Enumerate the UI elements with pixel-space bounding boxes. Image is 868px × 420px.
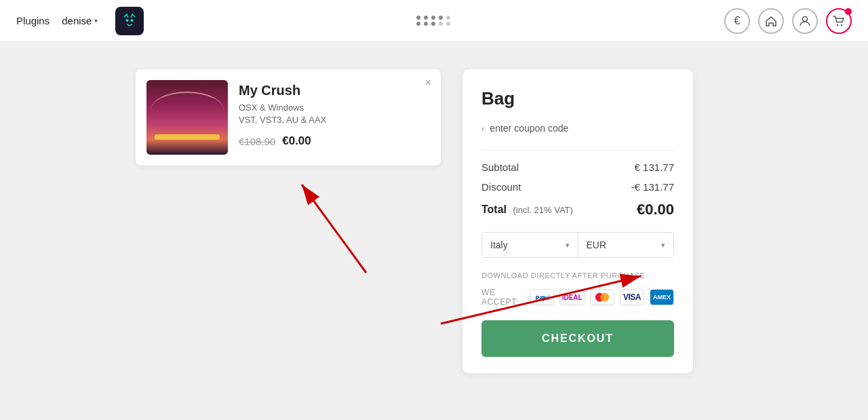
product-price: €108.90 €0.00 xyxy=(239,134,419,148)
dot-2 xyxy=(424,16,428,20)
cart-button[interactable] xyxy=(826,8,852,34)
coupon-chevron-icon: ‹ xyxy=(481,123,484,134)
product-name: My Crush xyxy=(239,83,419,98)
plugin-wave xyxy=(151,92,224,129)
dot-6 xyxy=(416,22,420,26)
plugins-link[interactable]: Plugins xyxy=(16,15,50,26)
total-vat-text: (incl. 21% VAT) xyxy=(513,205,572,215)
dot-1 xyxy=(416,16,420,20)
subtotal-row: Subtotal € 131.77 xyxy=(481,161,674,173)
svg-rect-0 xyxy=(120,12,139,31)
svg-text:Pal: Pal xyxy=(541,295,549,301)
download-notice: DOWNLOAD DIRECTLY AFTER PURCHASE xyxy=(481,271,674,280)
product-info: My Crush OSX & Windows VST, VST3, AU & A… xyxy=(228,80,430,151)
product-platform: OSX & Windows xyxy=(239,102,419,113)
product-format: VST, VST3, AU & AAX xyxy=(239,115,419,125)
amex-icon: AMEX xyxy=(650,289,674,305)
svg-point-5 xyxy=(841,24,842,25)
svg-point-4 xyxy=(837,24,838,25)
total-label: Total (incl. 21% VAT) xyxy=(481,204,573,216)
paypal-logo-icon: Pay Pal xyxy=(534,292,549,303)
cart-notification-dot xyxy=(845,8,852,15)
header-left: Plugins denise ▾ xyxy=(16,7,144,35)
mastercard-icon xyxy=(590,289,614,305)
country-chevron-icon: ▾ xyxy=(566,241,570,250)
product-card: My Crush OSX & Windows VST, VST3, AU & A… xyxy=(136,69,441,166)
svg-point-3 xyxy=(803,16,808,21)
discount-value: -€ 131.77 xyxy=(631,181,674,193)
bag-panel: Bag ‹ enter coupon code Subtotal € 131.7… xyxy=(462,69,693,373)
country-select[interactable]: Italy ▾ xyxy=(482,233,578,257)
remove-item-button[interactable]: × xyxy=(425,77,431,88)
svg-point-2 xyxy=(131,19,134,22)
cat-logo-icon xyxy=(120,12,139,31)
total-value: €0.00 xyxy=(637,201,674,218)
user-icon xyxy=(799,15,811,27)
user-label: denise xyxy=(62,15,92,26)
dot-8 xyxy=(431,22,435,26)
svg-point-9 xyxy=(600,293,609,302)
currency-chevron-icon: ▾ xyxy=(661,241,665,250)
country-currency-row: Italy ▾ EUR ▾ xyxy=(481,232,674,258)
total-row: Total (incl. 21% VAT) €0.00 xyxy=(481,201,674,218)
price-current: €0.00 xyxy=(282,134,311,148)
header-center-logo xyxy=(416,16,452,26)
cart-icon xyxy=(833,15,845,27)
dots-logo-icon xyxy=(416,16,452,26)
user-menu[interactable]: denise ▾ xyxy=(62,15,98,26)
plugin-screenshot xyxy=(146,80,228,155)
coupon-row[interactable]: ‹ enter coupon code xyxy=(481,123,674,134)
subtotal-value: € 131.77 xyxy=(635,161,674,173)
product-image xyxy=(146,80,228,155)
total-label-text: Total xyxy=(481,204,507,215)
paypal-icon: Pay Pal xyxy=(530,289,554,305)
header: Plugins denise ▾ xyxy=(0,0,868,42)
country-value: Italy xyxy=(490,240,508,250)
dot-7 xyxy=(424,22,428,26)
currency-button[interactable]: € xyxy=(724,8,750,34)
main-content: My Crush OSX & Windows VST, VST3, AU & A… xyxy=(0,42,868,400)
payment-row: WE ACCEPT: Pay Pal iDEAL VISA AMEX xyxy=(481,288,674,307)
coupon-input-label: enter coupon code xyxy=(490,123,568,134)
dot-9 xyxy=(439,22,443,26)
dot-10 xyxy=(446,22,450,26)
divider-1 xyxy=(481,150,674,151)
home-button[interactable] xyxy=(758,8,784,34)
dot-5 xyxy=(446,16,450,20)
ideal-icon: iDEAL xyxy=(559,289,585,305)
currency-value: EUR xyxy=(587,240,607,250)
discount-row: Discount -€ 131.77 xyxy=(481,181,674,193)
price-original: €108.90 xyxy=(239,136,275,147)
bag-title: Bag xyxy=(481,88,674,109)
currency-icon: € xyxy=(734,15,741,27)
header-right: € xyxy=(724,8,852,34)
home-icon xyxy=(765,15,777,27)
visa-icon: VISA xyxy=(620,289,644,305)
dot-3 xyxy=(431,16,435,20)
mastercard-logo-icon xyxy=(593,291,611,303)
svg-line-12 xyxy=(302,185,366,273)
brand-logo[interactable] xyxy=(115,7,144,35)
plugin-bar xyxy=(155,134,220,140)
svg-point-1 xyxy=(126,19,129,22)
dot-4 xyxy=(439,16,443,20)
user-menu-chevron-icon: ▾ xyxy=(94,17,98,24)
account-button[interactable] xyxy=(792,8,818,34)
checkout-button[interactable]: CHECKOUT xyxy=(481,320,674,357)
discount-label: Discount xyxy=(481,181,521,193)
we-accept-label: WE ACCEPT: xyxy=(481,288,521,307)
currency-select[interactable]: EUR ▾ xyxy=(578,233,674,257)
subtotal-label: Subtotal xyxy=(481,161,519,173)
